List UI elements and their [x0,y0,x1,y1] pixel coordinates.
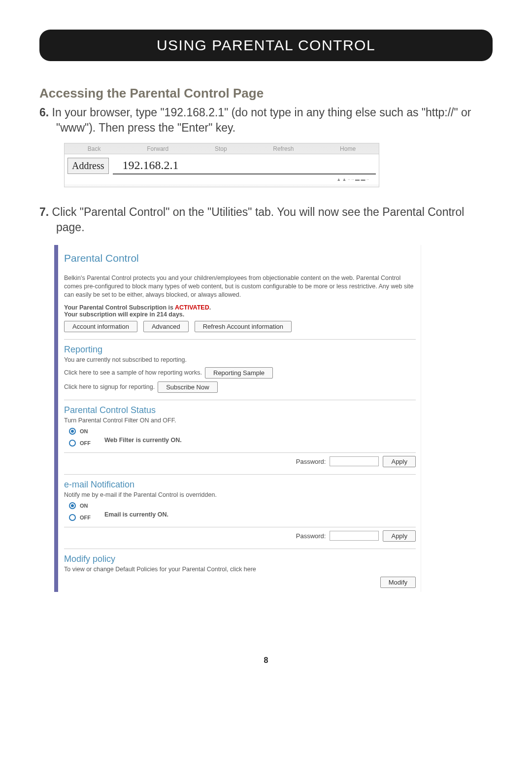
modify-title: Modify policy [64,554,416,564]
web-filter-status: Web Filter is currently ON. [104,428,182,444]
reporting-subtext: You are currently not subscribed to repo… [64,356,416,363]
address-value: 192.168.2.1 [113,157,376,174]
step-7-text: Click "Parental Control" on the "Utiliti… [52,206,465,234]
status-apply-button[interactable]: Apply [383,456,416,467]
step-6: 6. In your browser, type "192.168.2.1" (… [39,105,493,136]
status-on-label: ON [80,428,88,434]
email-password-input[interactable] [330,531,379,541]
page-title-bar: USING PARENTAL CONTROL [39,30,493,61]
panel-description: Belkin's Parental Control protects you a… [64,274,416,299]
status-off-radio[interactable] [69,440,76,447]
step-7: 7. Click "Parental Control" on the "Util… [39,205,493,235]
status-subtext: Turn Parental Control Filter ON and OFF. [64,417,416,424]
step-6-num: 6. [39,106,49,119]
toolbar-back: Back [88,145,101,152]
reporting-sample-text: Click here to see a sample of how report… [64,369,202,376]
status-password-label: Password: [296,458,326,465]
reporting-sample-button[interactable]: Reporting Sample [205,367,273,379]
toolbar-home: Home [340,145,356,152]
account-information-button[interactable]: Account information [64,321,137,332]
section-heading: Accessing the Parental Control Page [39,86,493,101]
toolbar-forward: Forward [147,145,168,152]
page-number: 8 [39,656,493,665]
email-on-label: ON [80,503,88,509]
activated-text: ACTIVATED [175,304,209,311]
status-off-label: OFF [80,440,91,446]
browser-address-bar-screenshot: Back Forward Stop Refresh Home Address 1… [64,143,379,187]
email-on-radio[interactable] [69,502,76,509]
email-off-label: OFF [80,515,91,520]
reporting-signup-text: Click here to signup for reporting. [64,383,155,390]
email-subtext: Notify me by e-mail if the Parental Cont… [64,491,416,498]
step-6-text: In your browser, type "192.168.2.1" (do … [52,106,471,134]
step-7-num: 7. [39,206,49,218]
reporting-title: Reporting [64,345,416,355]
panel-title: Parental Control [64,252,416,264]
advanced-button[interactable]: Advanced [143,321,189,332]
page-title: USING PARENTAL CONTROL [47,37,485,54]
status-on-radio[interactable] [69,428,76,435]
status-title: Parental Control Status [64,405,416,415]
email-apply-button[interactable]: Apply [383,530,416,542]
toolbar-stop: Stop [215,145,227,152]
modify-subtext: To view or change Default Policies for y… [64,566,416,573]
address-label: Address [67,158,109,174]
browser-toolbar: Back Forward Stop Refresh Home [65,143,379,154]
email-title: e-mail Notification [64,480,416,490]
parental-control-page-screenshot: Parental Control Belkin's Parental Contr… [54,245,421,592]
status-password-input[interactable] [330,456,379,466]
refresh-account-button[interactable]: Refresh Account information [195,321,292,332]
subscription-status-line1: Your Parental Control Subscription is AC… [64,304,416,311]
modify-button[interactable]: Modify [380,577,416,588]
email-status: Email is currently ON. [104,502,168,518]
toolbar-refresh: Refresh [273,145,294,152]
email-password-label: Password: [296,532,326,540]
subscribe-now-button[interactable]: Subscribe Now [158,381,217,393]
email-off-radio[interactable] [69,514,76,521]
subscription-status-line2: Your subscription will expire in 214 day… [64,311,416,318]
